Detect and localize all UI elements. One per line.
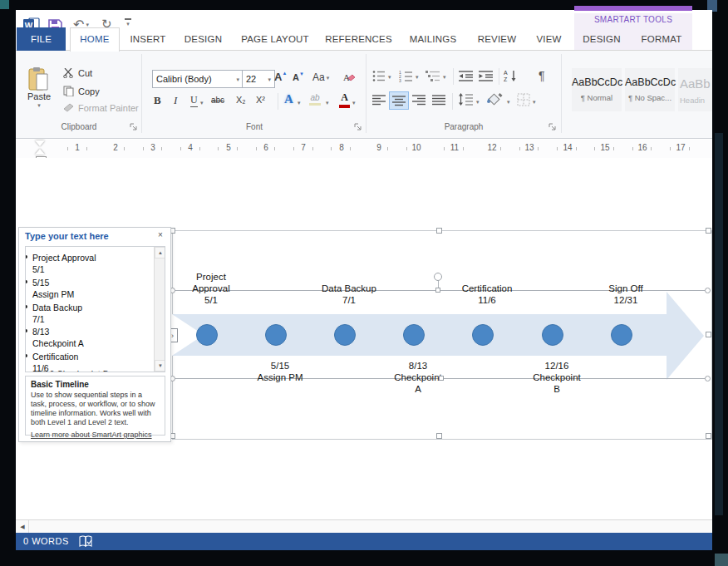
- resize-handle-bottom-right[interactable]: [706, 433, 711, 439]
- word-count[interactable]: 0 WORDS: [23, 536, 69, 546]
- tab-view[interactable]: VIEW: [530, 27, 568, 51]
- scroll-up-icon[interactable]: ▲: [155, 247, 165, 258]
- row-handle[interactable]: [705, 288, 711, 293]
- format-painter-button[interactable]: Format Painter: [63, 103, 139, 113]
- resize-handle-bottom-center[interactable]: [436, 433, 442, 439]
- paragraph-dialog-launcher[interactable]: [548, 123, 558, 132]
- timeline-node-5[interactable]: [472, 324, 494, 346]
- show-hide-pilcrow-button[interactable]: ¶: [539, 69, 545, 82]
- multilevel-caret-icon[interactable]: ▾: [443, 74, 446, 80]
- rotate-handle[interactable]: [434, 273, 442, 281]
- milestone-label-sign-off[interactable]: Sign Off12/31: [572, 283, 680, 306]
- numbering-caret-icon[interactable]: ▾: [416, 74, 419, 80]
- timeline-node-7[interactable]: [611, 324, 632, 346]
- first-line-indent-marker[interactable]: [35, 140, 45, 146]
- align-right-button[interactable]: [412, 95, 425, 106]
- list-item-partial[interactable]: 12/16 Checkpoint B: [32, 368, 140, 372]
- horizontal-scrollbar[interactable]: [16, 519, 712, 534]
- list-item[interactable]: 8/13Checkpoint A: [32, 326, 140, 349]
- shape-handle[interactable]: [435, 288, 440, 293]
- multilevel-list-button[interactable]: [425, 70, 440, 82]
- tab-home[interactable]: HOME: [70, 27, 120, 52]
- resize-handle-top-center[interactable]: [436, 228, 442, 234]
- shading-button[interactable]: [487, 93, 504, 107]
- shape-handle[interactable]: [439, 376, 444, 381]
- timeline-node-3[interactable]: [334, 324, 356, 346]
- borders-caret-icon[interactable]: ▾: [533, 99, 536, 105]
- timeline-node-2[interactable]: [265, 324, 287, 346]
- underline-button[interactable]: U: [190, 94, 198, 107]
- strikethrough-button[interactable]: abc: [211, 96, 224, 105]
- resize-handle-mid-right[interactable]: [706, 332, 711, 337]
- superscript-button[interactable]: X²: [256, 95, 265, 105]
- change-case-button[interactable]: Aa ▾: [312, 71, 329, 83]
- font-color-button[interactable]: A: [339, 91, 350, 108]
- clear-formatting-button[interactable]: A: [341, 70, 356, 85]
- decrease-indent-button[interactable]: [459, 71, 473, 81]
- font-dialog-launcher[interactable]: [354, 123, 363, 132]
- text-pane-close-button[interactable]: ×: [158, 230, 163, 239]
- justify-button[interactable]: [432, 95, 445, 106]
- align-center-button[interactable]: [390, 92, 408, 109]
- increase-indent-button[interactable]: [479, 71, 493, 81]
- text-pane-scrollbar[interactable]: ▲ ▼: [154, 247, 165, 372]
- highlight-caret-icon[interactable]: ▾: [326, 100, 329, 106]
- font-color-caret-icon[interactable]: ▾: [352, 100, 356, 106]
- text-effects-caret-icon[interactable]: ▾: [298, 100, 301, 106]
- hanging-indent-marker[interactable]: [35, 149, 45, 155]
- highlight-button[interactable]: ab: [309, 93, 321, 106]
- shrink-font-button[interactable]: A▼: [293, 72, 304, 82]
- scroll-down-icon[interactable]: ▼: [155, 360, 165, 372]
- tab-mailings[interactable]: MAILINGS: [402, 27, 464, 51]
- cut-button[interactable]: Cut: [63, 68, 92, 78]
- tab-design[interactable]: DESIGN: [180, 27, 227, 51]
- timeline-node-4[interactable]: [403, 324, 425, 346]
- tab-review[interactable]: REVIEW: [472, 27, 522, 51]
- customize-qat-button[interactable]: ▾: [125, 18, 131, 27]
- shading-caret-icon[interactable]: ▾: [507, 99, 510, 105]
- milestone-label-checkpoint-b[interactable]: 12/16CheckpointB: [503, 360, 611, 395]
- bullets-button[interactable]: [372, 70, 386, 82]
- tab-smartart-format[interactable]: FORMAT: [637, 27, 686, 51]
- row-handle[interactable]: [705, 376, 711, 381]
- tab-file[interactable]: FILE: [17, 27, 66, 51]
- tab-smartart-design[interactable]: DESIGN: [581, 27, 622, 51]
- font-name-combobox[interactable]: Calibri (Body) ▾: [152, 70, 243, 88]
- text-effects-button[interactable]: A: [284, 92, 293, 106]
- copy-button[interactable]: Copy: [63, 86, 100, 96]
- numbering-button[interactable]: 123: [399, 70, 413, 82]
- line-spacing-caret-icon[interactable]: ▾: [476, 99, 480, 105]
- borders-button[interactable]: [517, 93, 530, 106]
- milestone-label-certification[interactable]: Certification11/6: [433, 283, 541, 306]
- timeline-node-1[interactable]: [196, 324, 218, 346]
- learn-more-link[interactable]: Learn more about SmartArt graphics: [31, 431, 160, 439]
- milestone-label-assign-pm[interactable]: 5/15Assign PM: [226, 360, 334, 383]
- bullets-caret-icon[interactable]: ▾: [388, 74, 391, 80]
- italic-button[interactable]: I: [174, 94, 177, 107]
- font-size-combobox[interactable]: 22 ▾: [242, 70, 275, 88]
- resize-handle-top-right[interactable]: [706, 228, 711, 234]
- align-left-button[interactable]: [372, 95, 386, 106]
- tab-page-layout[interactable]: PAGE LAYOUT: [235, 27, 315, 51]
- tab-insert[interactable]: INSERT: [125, 27, 171, 51]
- list-item[interactable]: Data Backup7/1: [32, 302, 140, 325]
- bold-button[interactable]: B: [154, 94, 161, 107]
- style-normal[interactable]: AaBbCcDc ¶ Normal: [572, 68, 622, 111]
- line-spacing-button[interactable]: [458, 93, 473, 106]
- style-heading[interactable]: AaBb Headin: [678, 68, 712, 111]
- subscript-button[interactable]: X₂: [236, 95, 246, 105]
- underline-caret-icon[interactable]: ▾: [200, 100, 204, 106]
- paste-button[interactable]: Paste ▾: [22, 65, 57, 120]
- style-no-spacing[interactable]: AaBbCcDc ¶ No Spac...: [625, 68, 675, 111]
- proofing-status-button[interactable]: [79, 535, 93, 548]
- text-pane-list[interactable]: Project Approval5/1 5/15Assign PM Data B…: [25, 246, 165, 372]
- list-item[interactable]: 5/15Assign PM: [32, 277, 140, 300]
- milestone-label-checkpoint-a[interactable]: 8/13CheckpointA: [364, 360, 472, 395]
- list-item[interactable]: Project Approval5/1: [32, 252, 140, 275]
- grow-font-button[interactable]: A▲: [274, 71, 287, 83]
- clipboard-dialog-launcher[interactable]: [130, 123, 139, 132]
- milestone-label-data-backup[interactable]: Data Backup7/1: [295, 283, 403, 306]
- sort-button[interactable]: AZ: [504, 69, 519, 82]
- scroll-left-button[interactable]: ◀: [17, 520, 29, 533]
- tab-references[interactable]: REFERENCES: [323, 27, 394, 51]
